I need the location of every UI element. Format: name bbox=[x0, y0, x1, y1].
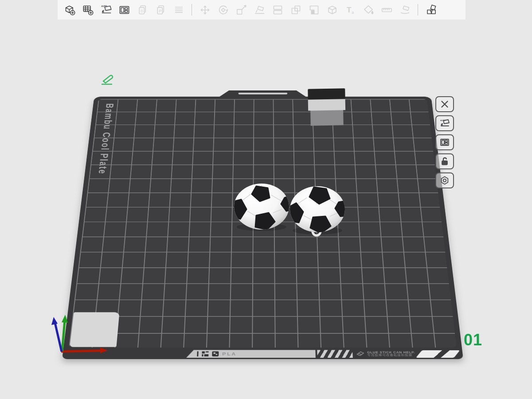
auto-orient-plate-button[interactable]: AUTO bbox=[435, 115, 454, 131]
soccer-ball-2[interactable] bbox=[288, 184, 348, 239]
prime-tower-band-black bbox=[308, 88, 345, 99]
svg-text:P: P bbox=[159, 9, 161, 13]
scale-button bbox=[235, 3, 248, 16]
rotate-button bbox=[216, 3, 230, 16]
object-list-button bbox=[172, 3, 185, 16]
top-toolbar: AUTO0PTa bbox=[58, 0, 466, 20]
soccer-ball-1[interactable] bbox=[232, 182, 292, 233]
puzzle-icon bbox=[425, 4, 437, 16]
toolbar-separator bbox=[192, 4, 192, 16]
assembly-view-button[interactable] bbox=[424, 3, 438, 16]
paste-button: P bbox=[154, 3, 167, 16]
variable-layer-height-button bbox=[325, 3, 339, 16]
lay-flat-icon bbox=[254, 4, 266, 16]
move-button bbox=[198, 3, 211, 16]
text-icon: Ta bbox=[344, 4, 356, 16]
auto-orient-icon: AUTO bbox=[439, 118, 450, 129]
y-axis-arrow bbox=[62, 315, 68, 323]
paint-icon bbox=[363, 4, 375, 16]
z-axis-arrow bbox=[51, 317, 58, 325]
rim-divider bbox=[197, 351, 198, 356]
plate-side-toolbar: AUTO bbox=[435, 96, 454, 188]
split-overlap-icon bbox=[290, 4, 302, 16]
arrange-button[interactable] bbox=[117, 3, 131, 16]
prime-tower-body bbox=[310, 110, 344, 125]
auto-orient-button[interactable]: AUTO bbox=[99, 3, 113, 16]
rim-hazard-stripes bbox=[317, 350, 353, 358]
glue-hint-text-zh: 专用胶棒可改善粘接和脱模 bbox=[367, 354, 415, 356]
viewport-3d[interactable]: AUTO0PTa Bambu Cool Plate PLA bbox=[0, 0, 532, 399]
arrange-plate-button[interactable] bbox=[435, 134, 454, 150]
add-object-button[interactable] bbox=[63, 3, 76, 16]
svg-text:AUTO: AUTO bbox=[440, 119, 446, 121]
checker-icon bbox=[202, 351, 208, 356]
lock-open-icon bbox=[439, 156, 450, 167]
plate-label: Bambu Cool Plate bbox=[96, 103, 116, 174]
auto-orient-icon: AUTO bbox=[100, 4, 112, 16]
doc-paste-icon: P bbox=[155, 4, 167, 16]
svg-text:T: T bbox=[347, 6, 352, 14]
svg-text:AUTO: AUTO bbox=[101, 5, 107, 8]
toolbar-separator bbox=[418, 4, 418, 16]
doc-copy-icon: 0 bbox=[137, 4, 149, 16]
glue-hint: GLUE STICK CAN HELP. 专用胶棒可改善粘接和脱模 bbox=[356, 350, 415, 358]
prime-tower[interactable] bbox=[309, 88, 344, 125]
prime-tower-band-light bbox=[308, 99, 345, 110]
eraser-tool-icon bbox=[399, 4, 411, 16]
mesh-boolean-button bbox=[307, 3, 321, 16]
text-tool-button: Ta bbox=[344, 3, 357, 16]
copy-button: 0 bbox=[136, 3, 149, 16]
lines-icon bbox=[173, 4, 185, 16]
measure-button bbox=[380, 3, 393, 16]
lay-flat-button bbox=[253, 3, 266, 16]
rim-corner-badge bbox=[416, 350, 460, 358]
split-stack-icon bbox=[272, 4, 284, 16]
plate-rim-info-bar: PLA bbox=[186, 350, 316, 358]
coordinate-axes bbox=[42, 303, 120, 363]
filament-type-label: PLA bbox=[222, 352, 237, 356]
add-cube-icon bbox=[64, 4, 76, 16]
delete-plate-button[interactable] bbox=[435, 96, 454, 112]
add-plate-icon bbox=[82, 4, 94, 16]
edit-plate-name-icon[interactable] bbox=[100, 72, 115, 86]
plate-handle-tab bbox=[219, 90, 306, 97]
color-painting-button bbox=[362, 3, 375, 16]
arrange-icon bbox=[118, 4, 130, 16]
close-icon bbox=[439, 99, 450, 110]
ruler-icon bbox=[381, 4, 393, 16]
lock-plate-button[interactable] bbox=[435, 153, 454, 169]
support-painting-button bbox=[398, 3, 411, 16]
arrange-icon bbox=[439, 137, 450, 148]
x-axis-arrow bbox=[100, 348, 108, 353]
glue-stick-icon bbox=[356, 351, 365, 356]
plate-handle-slot bbox=[238, 93, 287, 94]
scale-icon bbox=[235, 4, 247, 16]
part-fill-icon bbox=[308, 4, 320, 16]
rotate-icon bbox=[217, 4, 229, 16]
add-plate-button[interactable] bbox=[81, 3, 94, 16]
split-to-parts-button bbox=[289, 3, 302, 16]
svg-text:0: 0 bbox=[141, 9, 143, 13]
split-to-objects-button bbox=[271, 3, 284, 16]
plate-settings-button[interactable] bbox=[435, 172, 454, 188]
plate-number: 01 bbox=[464, 331, 482, 349]
svg-text:a: a bbox=[352, 10, 354, 14]
cube-icon bbox=[326, 4, 338, 16]
nut-icon bbox=[439, 175, 450, 186]
move-icon bbox=[199, 4, 211, 16]
qr-code-icon bbox=[212, 351, 219, 356]
